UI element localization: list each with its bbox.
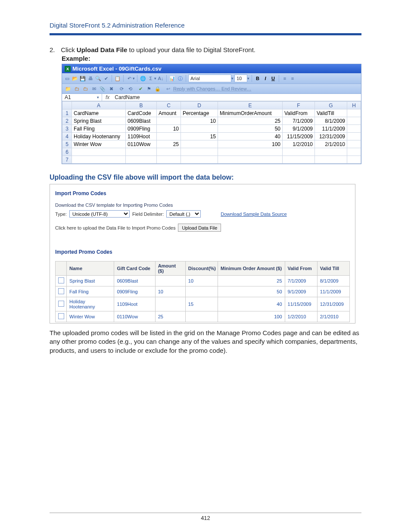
type-select[interactable]: Unicode (UTF-8) <box>69 210 130 218</box>
cell[interactable]: CardCode <box>126 109 157 117</box>
cell[interactable]: Winter Wow <box>72 140 126 148</box>
cell[interactable]: Fall Fling <box>72 125 126 133</box>
font-size-select[interactable]: 10 <box>234 75 247 82</box>
lock-icon[interactable]: 🔒 <box>154 85 161 92</box>
copy-icon[interactable]: 📋 <box>114 75 121 82</box>
cell[interactable] <box>347 140 361 148</box>
cell[interactable]: 1109Hoot <box>126 133 157 140</box>
name-box[interactable]: A1 ▾ <box>62 94 102 101</box>
download-sample-link[interactable]: Download Sample Data Source <box>221 212 286 217</box>
mail-icon[interactable]: ✉︎ <box>90 85 97 92</box>
reply-icon[interactable]: ↩︎ <box>165 85 171 92</box>
row-number[interactable]: 2 <box>62 117 72 125</box>
folder-icon[interactable]: 📁 <box>65 85 72 92</box>
cell[interactable] <box>157 133 181 140</box>
flag-icon[interactable]: ⚑ <box>146 85 153 92</box>
cell[interactable]: ValidFrom <box>283 109 315 117</box>
table-row[interactable]: 5Winter Wow0110Wow251001/2/20102/1/2010 <box>62 140 361 148</box>
cell[interactable] <box>181 148 218 156</box>
col-header[interactable]: F <box>283 102 315 109</box>
cell[interactable]: 7/1/2009 <box>283 117 315 125</box>
cell[interactable]: MinimumOrderAmount <box>218 109 283 117</box>
cell[interactable] <box>218 156 283 164</box>
cell[interactable]: Amount <box>157 109 181 117</box>
cell[interactable]: 10 <box>181 117 218 125</box>
col-header[interactable]: D <box>181 102 218 109</box>
cell[interactable]: 100 <box>218 140 283 148</box>
cell[interactable]: 10 <box>157 125 181 133</box>
cell[interactable]: Holiday Hootenanny <box>72 133 126 140</box>
cell[interactable]: 40 <box>218 133 283 140</box>
col-header[interactable]: B <box>126 102 157 109</box>
folder-icon[interactable]: 🗀 <box>82 85 89 92</box>
review-links[interactable]: Reply with Changes… End Review… <box>173 86 252 91</box>
bold-icon[interactable]: B <box>254 75 261 82</box>
preview-icon[interactable]: 🔍 <box>95 75 102 82</box>
cell[interactable]: 8/1/2009 <box>315 117 347 125</box>
cell[interactable]: Percentage <box>181 109 218 117</box>
table-row[interactable]: 6 <box>62 148 361 156</box>
cell[interactable]: CardName <box>72 109 126 117</box>
align-right-icon[interactable]: ≡ <box>289 75 296 82</box>
table-row[interactable]: 2Spring Blast0609Blast10257/1/20098/1/20… <box>62 117 361 125</box>
table-row[interactable]: 7 <box>62 156 361 164</box>
promo-row-checkbox[interactable] <box>56 276 67 286</box>
cell[interactable] <box>157 148 181 156</box>
row-number[interactable]: 4 <box>62 133 72 140</box>
cell[interactable] <box>315 156 347 164</box>
excel-formula-bar[interactable]: A1 ▾ fx CardName <box>62 94 361 101</box>
sort-icon[interactable]: A↓ <box>157 75 164 82</box>
delete-icon[interactable]: ✖︎ <box>108 85 115 92</box>
cell[interactable] <box>347 156 361 164</box>
cell[interactable] <box>72 148 126 156</box>
cell[interactable]: 0609Blast <box>126 117 157 125</box>
cell[interactable] <box>126 148 157 156</box>
cell[interactable] <box>315 148 347 156</box>
new-icon[interactable]: ▭ <box>64 75 71 82</box>
col-header[interactable]: E <box>218 102 283 109</box>
table-row[interactable]: 4Holiday Hootenanny1109Hoot154011/15/200… <box>62 133 361 140</box>
undo-icon[interactable]: ↶ <box>126 75 133 82</box>
refresh-icon[interactable]: ⟲ <box>127 85 134 92</box>
cell[interactable] <box>157 117 181 125</box>
font-name-select[interactable]: Arial <box>188 75 231 82</box>
refresh-icon[interactable]: ⟳ <box>118 85 125 92</box>
save-icon[interactable]: 💾 <box>79 75 86 82</box>
cell[interactable] <box>218 148 283 156</box>
cell[interactable] <box>283 148 315 156</box>
cell[interactable]: 12/31/2009 <box>315 133 347 140</box>
excel-toolbar-1[interactable]: ▭ 📂 💾 🖶 🔍 ✔︎ 📋 ↶ ▾ 🌐 Σ ▾ A↓ 📊 ⓘ Arial ▾ … <box>62 73 361 84</box>
col-header[interactable]: A <box>72 102 126 109</box>
spell-icon[interactable]: ✔︎ <box>103 75 109 82</box>
corner-cell[interactable] <box>62 102 72 109</box>
print-icon[interactable]: 🖶 <box>87 75 94 82</box>
row-number[interactable]: 3 <box>62 125 72 133</box>
attach-icon[interactable]: 📎 <box>99 85 106 92</box>
dropdown-icon[interactable]: ▾ <box>97 95 99 100</box>
cell[interactable]: 9/1/2009 <box>283 125 315 133</box>
cell[interactable]: 0110Wow <box>126 140 157 148</box>
col-header[interactable]: H <box>347 102 361 109</box>
col-header[interactable]: G <box>315 102 347 109</box>
upload-data-file-button[interactable]: Upload Data File <box>178 224 221 232</box>
row-number[interactable]: 6 <box>62 148 72 156</box>
cell[interactable] <box>181 125 218 133</box>
table-row[interactable]: 3Fall Fling0909Fling10509/1/200911/1/200… <box>62 125 361 133</box>
col-header[interactable]: C <box>157 102 181 109</box>
open-icon[interactable]: 📂 <box>72 75 78 82</box>
dropdown-icon[interactable]: ▾ <box>154 76 156 81</box>
cell[interactable] <box>181 140 218 148</box>
promo-row-checkbox[interactable] <box>56 297 67 311</box>
field-delimiter-select[interactable]: Default (,) <box>166 210 201 218</box>
formula-value[interactable]: CardName <box>113 94 141 101</box>
promo-row-checkbox[interactable] <box>56 286 67 297</box>
cell[interactable] <box>72 156 126 164</box>
cell[interactable]: 25 <box>218 117 283 125</box>
align-left-icon[interactable]: ≡ <box>281 75 288 82</box>
cell[interactable] <box>347 148 361 156</box>
cell[interactable] <box>157 156 181 164</box>
cell[interactable]: Spring Blast <box>72 117 126 125</box>
dropdown-icon[interactable]: ▾ <box>133 76 135 81</box>
cell[interactable]: 25 <box>157 140 181 148</box>
cell[interactable] <box>347 125 361 133</box>
